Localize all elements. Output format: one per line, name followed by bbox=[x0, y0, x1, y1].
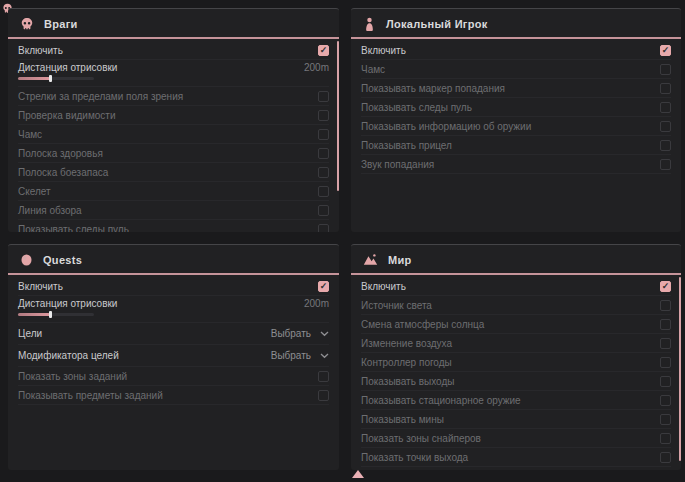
setting-row[interactable]: Показывать следы пуль bbox=[361, 98, 671, 117]
setting-row[interactable]: Скелет bbox=[18, 182, 329, 201]
setting-label: Звук попадания bbox=[361, 159, 434, 170]
setting-row[interactable]: Включить bbox=[18, 277, 329, 296]
setting-label: Включить bbox=[361, 45, 406, 56]
setting-row[interactable]: Показывать следы пуль bbox=[18, 220, 329, 232]
checkbox[interactable] bbox=[660, 83, 671, 94]
checkbox[interactable] bbox=[660, 140, 671, 151]
select-row[interactable]: ЦелиВыбрать bbox=[18, 323, 329, 345]
checkbox[interactable] bbox=[318, 45, 329, 56]
chevron-down-icon bbox=[320, 353, 329, 359]
checkbox[interactable] bbox=[660, 357, 671, 368]
select-dropdown[interactable]: Выбрать bbox=[271, 350, 329, 361]
checkbox[interactable] bbox=[660, 281, 671, 292]
checkbox[interactable] bbox=[660, 319, 671, 330]
setting-label: Изменение воздуха bbox=[361, 338, 452, 349]
setting-row[interactable]: Показывать информацию об оружии bbox=[361, 117, 671, 136]
panel-world-header: Мир bbox=[351, 245, 681, 275]
setting-row[interactable]: Показывать мины bbox=[361, 410, 671, 429]
mod-menu-screen: Враги ВключитьДистанция отрисовки200mСтр… bbox=[0, 0, 685, 482]
select-dropdown[interactable]: Выбрать bbox=[271, 328, 329, 339]
setting-label: Показывать следы пуль bbox=[18, 224, 129, 233]
slider-handle[interactable] bbox=[49, 75, 52, 82]
setting-row[interactable]: Полоска здоровья bbox=[18, 144, 329, 163]
setting-label: Включить bbox=[18, 281, 63, 292]
setting-row[interactable]: Показать зоны снайперов bbox=[361, 429, 671, 448]
setting-row[interactable]: Показывать предметы заданий bbox=[18, 386, 329, 405]
checkbox[interactable] bbox=[660, 376, 671, 387]
checkbox[interactable] bbox=[318, 186, 329, 197]
checkbox[interactable] bbox=[660, 121, 671, 132]
setting-row[interactable]: Включить bbox=[18, 41, 329, 60]
setting-label: Показывать мины bbox=[361, 414, 444, 425]
setting-row[interactable]: Показывать прицел bbox=[361, 136, 671, 155]
setting-label: Линия обзора bbox=[18, 205, 82, 216]
select-value: Выбрать bbox=[271, 350, 311, 361]
select-row[interactable]: Модификатора целейВыбрать bbox=[18, 345, 329, 367]
setting-label: Смена атмосферы солнца bbox=[361, 319, 484, 330]
setting-label: Полоска здоровья bbox=[18, 148, 103, 159]
checkbox[interactable] bbox=[318, 91, 329, 102]
checkbox[interactable] bbox=[660, 338, 671, 349]
checkbox[interactable] bbox=[318, 281, 329, 292]
checkbox[interactable] bbox=[318, 224, 329, 233]
panel-enemies-header: Враги bbox=[8, 9, 339, 39]
setting-row[interactable]: Показывать стационарное оружие bbox=[361, 391, 671, 410]
checkbox[interactable] bbox=[318, 148, 329, 159]
setting-row[interactable]: Смена атмосферы солнца bbox=[361, 315, 671, 334]
checkbox[interactable] bbox=[318, 390, 329, 401]
checkbox[interactable] bbox=[660, 395, 671, 406]
checkbox[interactable] bbox=[660, 159, 671, 170]
setting-label: Модификатора целей bbox=[18, 350, 119, 361]
checkbox[interactable] bbox=[660, 300, 671, 311]
setting-label: Показывать маркер попадания bbox=[361, 83, 505, 94]
setting-row[interactable]: Включить bbox=[361, 277, 671, 296]
checkbox[interactable] bbox=[660, 452, 671, 463]
setting-row[interactable]: Показывать выходы bbox=[361, 372, 671, 391]
slider-value: 200m bbox=[304, 298, 329, 309]
panel-title: Quests bbox=[43, 254, 82, 266]
slider-row[interactable]: Дистанция отрисовки200m bbox=[18, 60, 329, 87]
checkbox[interactable] bbox=[660, 433, 671, 444]
checkbox[interactable] bbox=[318, 205, 329, 216]
setting-row[interactable]: Полоска боезапаса bbox=[18, 163, 329, 182]
setting-row[interactable]: Источник света bbox=[361, 296, 671, 315]
setting-label: Стрелки за пределами поля зрения bbox=[18, 91, 183, 102]
slider-track[interactable] bbox=[18, 313, 94, 316]
slider-row[interactable]: Дистанция отрисовки200m bbox=[18, 296, 329, 323]
checkbox[interactable] bbox=[318, 371, 329, 382]
setting-row[interactable]: Проверка видимости bbox=[18, 106, 329, 125]
setting-label: Показывать следы пуль bbox=[361, 102, 472, 113]
setting-row[interactable]: Показать зоны заданий bbox=[18, 367, 329, 386]
setting-row[interactable]: Стрелки за пределами поля зрения bbox=[18, 87, 329, 106]
scrollbar[interactable] bbox=[679, 277, 681, 461]
checkbox[interactable] bbox=[660, 102, 671, 113]
checkbox[interactable] bbox=[660, 64, 671, 75]
setting-label: Чамс bbox=[18, 129, 42, 140]
checkbox[interactable] bbox=[318, 129, 329, 140]
checkbox[interactable] bbox=[660, 45, 671, 56]
skull-icon bbox=[20, 17, 34, 31]
setting-label: Показывать информацию об оружии bbox=[361, 121, 531, 132]
setting-row[interactable]: Показывать маркер попадания bbox=[361, 79, 671, 98]
panel-local-player-header: Локальный Игрок bbox=[351, 9, 681, 39]
panel-world-body: ВключитьИсточник светаСмена атмосферы со… bbox=[351, 275, 681, 467]
setting-row[interactable]: Показать точки выхода bbox=[361, 448, 671, 467]
slider-fill bbox=[18, 77, 50, 80]
checkbox[interactable] bbox=[660, 414, 671, 425]
setting-label: Показывать стационарное оружие bbox=[361, 395, 521, 406]
setting-label: Проверка видимости bbox=[18, 110, 116, 121]
setting-row[interactable]: Контроллер погоды bbox=[361, 353, 671, 372]
checkbox[interactable] bbox=[318, 167, 329, 178]
setting-label: Контроллер погоды bbox=[361, 357, 452, 368]
setting-row[interactable]: Чамс bbox=[18, 125, 329, 144]
setting-row[interactable]: Звук попадания bbox=[361, 155, 671, 174]
checkbox[interactable] bbox=[318, 110, 329, 121]
setting-row[interactable]: Включить bbox=[361, 41, 671, 60]
slider-track[interactable] bbox=[18, 77, 94, 80]
setting-row[interactable]: Чамс bbox=[361, 60, 671, 79]
panel-quests: Quests ВключитьДистанция отрисовки200mЦе… bbox=[8, 244, 339, 470]
setting-row[interactable]: Изменение воздуха bbox=[361, 334, 671, 353]
scrollbar[interactable] bbox=[337, 41, 339, 191]
slider-handle[interactable] bbox=[49, 311, 52, 318]
setting-row[interactable]: Линия обзора bbox=[18, 201, 329, 220]
